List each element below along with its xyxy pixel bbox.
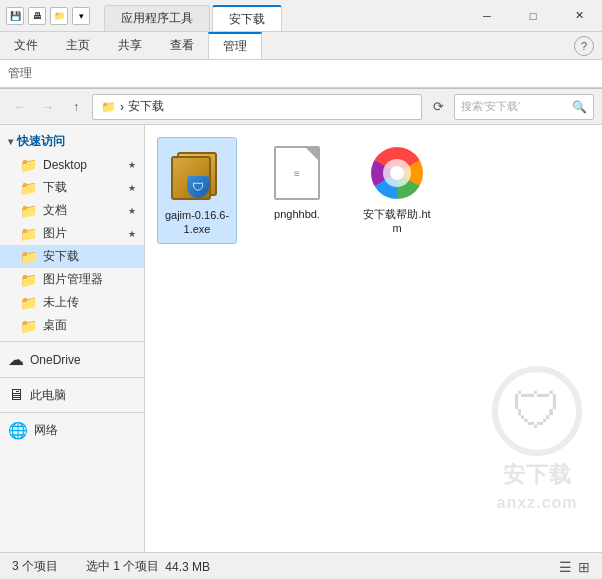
sidebar-item-label: 图片 [43, 225, 67, 242]
sidebar-item-label: Desktop [43, 158, 87, 172]
ribbon-tab-manage[interactable]: 管理 [208, 32, 262, 59]
sidebar-item-label: 桌面 [43, 317, 67, 334]
exe-icon: 🛡 [171, 148, 223, 200]
watermark-subtext: anxz.com [497, 494, 578, 512]
sidebar-item-anxz[interactable]: 📁 安下载 [0, 245, 144, 268]
status-separator [66, 558, 78, 575]
sidebar-item-onedrive[interactable]: ☁ OneDrive [0, 346, 144, 373]
folder-icon: 📁 [20, 295, 37, 311]
folder-icon: 📁 [20, 180, 37, 196]
status-selected: 选中 1 个项目 [86, 558, 159, 575]
status-bar: 3 个项目 选中 1 个项目 44.3 MB ☰ ⊞ [0, 552, 602, 579]
back-button[interactable]: ← [8, 95, 32, 119]
file-item-app[interactable]: 安下载帮助.htm [357, 137, 437, 242]
computer-icon: 🖥 [8, 386, 24, 404]
file-label-app: 安下载帮助.htm [363, 207, 431, 236]
ribbon-tab-home[interactable]: 主页 [52, 32, 104, 59]
sidebar-item-label: 图片管理器 [43, 271, 103, 288]
search-icon: 🔍 [572, 100, 587, 114]
folder-icon: 📁 [20, 203, 37, 219]
network-label: 网络 [34, 422, 58, 439]
network-icon: 🌐 [8, 421, 28, 440]
folder-up-btn[interactable]: 📁 [50, 7, 68, 25]
grid-view-button[interactable]: ⊞ [578, 559, 590, 575]
up-button[interactable]: ↑ [64, 95, 88, 119]
sidebar-item-network[interactable]: 🌐 网络 [0, 417, 144, 444]
watermark-text: 安下载 [503, 460, 572, 490]
quick-access-label: 快速访问 [17, 133, 65, 150]
files-grid: 🛡 gajim-0.16.6-1.exe ≡ pnghhbd. [157, 137, 590, 244]
computer-label: 此电脑 [30, 387, 66, 404]
search-box[interactable]: 搜索'安下载' 🔍 [454, 94, 594, 120]
sidebar-item-computer[interactable]: 🖥 此电脑 [0, 382, 144, 408]
file-icon-area-txt: ≡ [267, 143, 327, 203]
sidebar-divider3 [0, 412, 144, 413]
file-label-txt: pnghhbd. [274, 207, 320, 221]
status-size: 44.3 MB [165, 560, 210, 574]
txt-lines: ≡ [294, 168, 300, 179]
chevron-icon: ▾ [8, 136, 13, 147]
sidebar-item-download[interactable]: 📁 下载 ★ [0, 176, 144, 199]
app-icon [371, 147, 423, 199]
sidebar-item-label: 文档 [43, 202, 67, 219]
status-count: 3 个项目 [12, 558, 58, 575]
address-separator: › [120, 100, 124, 114]
sidebar-divider [0, 341, 144, 342]
list-view-button[interactable]: ☰ [559, 559, 572, 575]
refresh-button[interactable]: ⟳ [426, 95, 450, 119]
close-button[interactable]: ✕ [556, 0, 602, 32]
dropdown-btn[interactable]: ▾ [72, 7, 90, 25]
help-button[interactable]: ? [574, 36, 594, 56]
app-inner-circle [383, 159, 411, 187]
ribbon-tabs: 文件 主页 共享 查看 管理 ? [0, 32, 602, 60]
sidebar-item-unuploaded[interactable]: 📁 未上传 [0, 291, 144, 314]
file-area: 🛡 gajim-0.16.6-1.exe ≡ pnghhbd. [145, 125, 602, 552]
pin-icon: ★ [128, 160, 136, 170]
folder-icon: 📁 [20, 249, 37, 265]
address-folder: 安下载 [128, 98, 164, 115]
sidebar-item-desktop2[interactable]: 📁 桌面 [0, 314, 144, 337]
status-right: ☰ ⊞ [559, 559, 590, 575]
main-area: ▾ 快速访问 📁 Desktop ★ 📁 下载 ★ 📁 文档 ★ 📁 图片 ★ … [0, 125, 602, 552]
pin-icon: ★ [128, 183, 136, 193]
print-btn[interactable]: 🖶 [28, 7, 46, 25]
app-center [390, 166, 404, 180]
exe-box-front: 🛡 [171, 156, 211, 200]
quick-access-btn[interactable]: 💾 [6, 7, 24, 25]
quick-access-header[interactable]: ▾ 快速访问 [0, 129, 144, 154]
folder-icon: 📁 [20, 226, 37, 242]
ribbon-tab-share[interactable]: 共享 [104, 32, 156, 59]
file-icon-area-app [367, 143, 427, 203]
sidebar-item-pics[interactable]: 📁 图片 ★ [0, 222, 144, 245]
sidebar-item-label: 未上传 [43, 294, 79, 311]
cloud-icon: ☁ [8, 350, 24, 369]
tab-app-tools[interactable]: 应用程序工具 [104, 5, 210, 31]
folder-icon: 📁 [20, 318, 37, 334]
folder-icon: 📁 [20, 272, 37, 288]
title-bar-tabs: 应用程序工具 安下载 [104, 0, 464, 31]
ribbon-tab-view[interactable]: 查看 [156, 32, 208, 59]
sidebar-divider2 [0, 377, 144, 378]
file-icon-area-exe: 🛡 [167, 144, 227, 204]
sidebar-item-label: 安下载 [43, 248, 79, 265]
minimize-button[interactable]: ─ [464, 0, 510, 32]
folder-icon: 📁 [20, 157, 37, 173]
file-item-txt[interactable]: ≡ pnghhbd. [257, 137, 337, 227]
forward-button[interactable]: → [36, 95, 60, 119]
sidebar-item-docs[interactable]: 📁 文档 ★ [0, 199, 144, 222]
title-bar-controls: ─ □ ✕ [464, 0, 602, 31]
address-bar: ← → ↑ 📁 › 安下载 ⟳ 搜索'安下载' 🔍 [0, 89, 602, 125]
sidebar: ▾ 快速访问 📁 Desktop ★ 📁 下载 ★ 📁 文档 ★ 📁 图片 ★ … [0, 125, 145, 552]
file-item-exe[interactable]: 🛡 gajim-0.16.6-1.exe [157, 137, 237, 244]
sidebar-item-desktop[interactable]: 📁 Desktop ★ [0, 154, 144, 176]
ribbon-tab-file[interactable]: 文件 [0, 32, 52, 59]
file-label-exe: gajim-0.16.6-1.exe [164, 208, 230, 237]
pin-icon: ★ [128, 206, 136, 216]
pin-icon: ★ [128, 229, 136, 239]
ribbon: 文件 主页 共享 查看 管理 ? 管理 [0, 32, 602, 89]
title-bar: 💾 🖶 📁 ▾ 应用程序工具 安下载 ─ □ ✕ [0, 0, 602, 32]
tab-download[interactable]: 安下载 [212, 5, 282, 31]
maximize-button[interactable]: □ [510, 0, 556, 32]
sidebar-item-pic-manager[interactable]: 📁 图片管理器 [0, 268, 144, 291]
address-box[interactable]: 📁 › 安下载 [92, 94, 422, 120]
